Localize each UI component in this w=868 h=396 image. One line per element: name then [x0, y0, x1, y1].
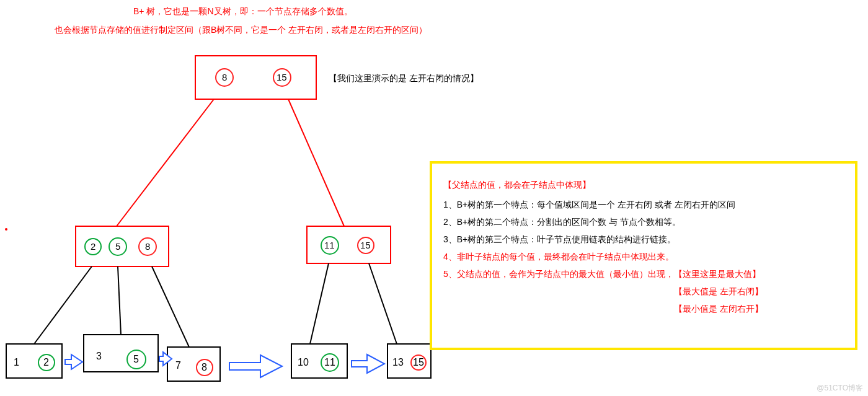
watermark: @51CTO博客: [817, 383, 863, 394]
info-item-0: 1、B+树的第一个特点：每个值域区间是一个 左开右闭 或者 左闭右开的区间: [443, 196, 844, 213]
info-title: 【父结点的值，都会在子结点中体现】: [443, 176, 844, 193]
info-foot-2: 【最小值是 左闭右开】: [443, 300, 844, 317]
info-item-2: 3、B+树的第三个特点：叶子节点使用链表的结构进行链接。: [443, 231, 844, 248]
root-note: 【我们这里演示的是 左开右闭的情况】: [329, 73, 479, 84]
leaf3-val-1: 11: [324, 357, 335, 367]
leaf4-val-0: 13: [392, 357, 404, 367]
svg-rect-5: [76, 226, 169, 266]
midL-val-1: 5: [115, 241, 120, 252]
info-item-1: 2、B+树的第二个特点：分割出的区间个数 与 节点个数相等。: [443, 213, 844, 231]
svg-line-4: [288, 99, 344, 226]
leaf2-val-1: 8: [202, 362, 207, 372]
svg-rect-9: [307, 226, 391, 263]
info-box: 【父结点的值，都会在子结点中体现】 1、B+树的第一个特点：每个值域区间是一个 …: [430, 161, 857, 350]
svg-rect-0: [195, 56, 316, 99]
arrow-icon: [65, 352, 384, 377]
leaf1-val-1: 5: [133, 354, 139, 364]
midR-val-0: 11: [324, 240, 335, 250]
svg-line-16: [369, 263, 397, 344]
leaf2-val-0: 7: [175, 360, 181, 371]
svg-point-27: [5, 228, 7, 231]
midR-val-1: 15: [360, 240, 371, 250]
svg-line-13: [118, 266, 121, 335]
header-line1: B+ 树，它也是一颗N叉树，即：一个节点存储多个数值。: [133, 6, 353, 17]
header-line2: 也会根据节点存储的值进行制定区间（跟B树不同，它是一个 左开右闭，或者是左闭右开…: [55, 25, 427, 36]
root-val-1: 15: [277, 72, 287, 82]
info-item-4: 5、父结点的值，会作为子结点中的最大值（最小值）出现，【这里这里是最大值】: [443, 265, 844, 283]
info-foot-1: 【最大值是 左开右闭】: [443, 283, 844, 300]
leaf1-val-0: 3: [96, 351, 102, 361]
svg-rect-19: [84, 335, 158, 372]
info-item-3: 4、非叶子结点的每个值，最终都会在叶子结点中体现出来。: [443, 248, 844, 265]
leaf3-val-0: 10: [298, 357, 309, 367]
svg-line-3: [117, 99, 214, 226]
root-val-0: 8: [222, 72, 227, 82]
leaf0-val-1: 2: [43, 357, 49, 367]
svg-line-15: [310, 263, 329, 344]
leaf0-val-0: 1: [14, 357, 19, 367]
svg-line-12: [34, 266, 92, 344]
midL-val-2: 8: [145, 241, 150, 252]
leaf4-val-1: 15: [413, 357, 424, 367]
midL-val-0: 2: [91, 241, 95, 252]
